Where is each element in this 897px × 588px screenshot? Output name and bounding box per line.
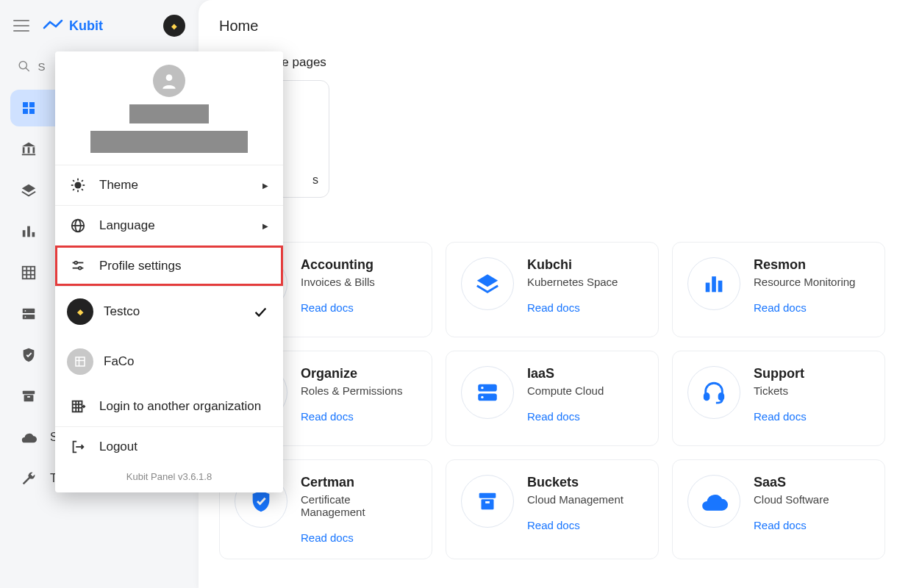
read-docs-link[interactable]: Read docs xyxy=(301,410,402,423)
service-card[interactable]: SupportTicketsRead docs xyxy=(672,351,885,446)
menu-footer-version: Kubit Panel v3.6.1.8 xyxy=(55,467,283,487)
card-text: SupportTicketsRead docs xyxy=(754,366,807,423)
service-card[interactable]: ResmonResource MonitoringRead docs xyxy=(672,242,885,337)
card-subtitle: Roles & Permissions xyxy=(301,384,402,397)
support-icon xyxy=(687,366,740,419)
service-card[interactable]: KubchiKubernetes SpaceRead docs xyxy=(446,242,659,337)
svg-rect-4 xyxy=(23,109,28,114)
service-card[interactable]: BucketsCloud ManagementRead docs xyxy=(446,459,659,559)
services-header-tail: s xyxy=(219,218,876,233)
user-name-placeholder xyxy=(129,104,209,123)
svg-rect-22 xyxy=(23,391,35,395)
bank-icon xyxy=(21,141,37,157)
menu-logout[interactable]: Logout xyxy=(55,426,283,467)
brand-name: Kubit xyxy=(69,18,103,34)
svg-rect-13 xyxy=(23,267,35,279)
service-card[interactable]: SaaSCloud SoftwareRead docs xyxy=(672,459,885,559)
svg-rect-8 xyxy=(33,147,35,153)
page-title: Home xyxy=(219,18,876,35)
read-docs-link[interactable]: Read docs xyxy=(301,301,375,314)
read-docs-link[interactable]: Read docs xyxy=(754,301,855,314)
layers-icon xyxy=(461,257,514,310)
org-avatar-icon: ◆ xyxy=(67,298,93,325)
svg-point-46 xyxy=(166,74,173,81)
card-subtitle: Resource Monitoring xyxy=(754,276,855,288)
card-subtitle: Cloud Software xyxy=(754,493,829,506)
chevron-right-icon: ▶ xyxy=(262,182,268,190)
read-docs-link[interactable]: Read docs xyxy=(301,531,417,544)
org-avatar-small[interactable]: ◆ xyxy=(163,15,185,37)
svg-rect-19 xyxy=(23,315,35,319)
menu-theme[interactable]: Theme ▶ xyxy=(55,165,283,205)
svg-line-53 xyxy=(82,189,83,190)
search-icon xyxy=(18,59,31,74)
logout-icon xyxy=(70,439,86,455)
card-text: AccountingInvoices & BillsRead docs xyxy=(301,257,375,314)
card-text: KubchiKubernetes SpaceRead docs xyxy=(527,257,618,314)
svg-rect-10 xyxy=(23,230,26,237)
card-title: Certman xyxy=(301,475,417,490)
svg-rect-9 xyxy=(22,154,35,155)
read-docs-link[interactable]: Read docs xyxy=(754,519,829,531)
read-docs-link[interactable]: Read docs xyxy=(527,519,623,531)
cloud-icon xyxy=(21,429,37,445)
storage-icon xyxy=(21,306,37,322)
shield-check-icon xyxy=(21,347,37,363)
svg-point-40 xyxy=(481,396,483,398)
svg-rect-11 xyxy=(27,226,30,237)
wrench-icon xyxy=(21,470,37,487)
menu-profile-settings-label: Profile settings xyxy=(99,259,182,273)
favorites-title: Your favorite pages xyxy=(219,55,876,70)
svg-line-52 xyxy=(73,180,74,182)
svg-rect-30 xyxy=(712,276,716,292)
layers-icon xyxy=(21,182,37,198)
svg-point-47 xyxy=(74,182,81,188)
menu-login-other-label: Login to another organization xyxy=(99,399,261,414)
svg-rect-18 xyxy=(23,309,35,313)
bars-icon xyxy=(687,257,740,310)
menu-language[interactable]: Language ▶ xyxy=(55,205,283,245)
globe-icon xyxy=(70,218,86,234)
svg-line-1 xyxy=(26,68,29,71)
svg-rect-24 xyxy=(27,396,30,398)
server-icon xyxy=(461,366,514,419)
card-title: Accounting xyxy=(301,257,375,273)
svg-line-54 xyxy=(73,189,74,190)
card-title: Resmon xyxy=(754,257,855,273)
read-docs-link[interactable]: Read docs xyxy=(754,410,807,423)
svg-rect-2 xyxy=(23,102,28,107)
card-subtitle: Certificate Management xyxy=(301,493,417,518)
card-title: Buckets xyxy=(527,475,623,490)
archive-icon xyxy=(21,388,37,404)
menu-profile-settings[interactable]: Profile settings xyxy=(55,245,283,286)
user-avatar-icon xyxy=(153,65,185,97)
read-docs-link[interactable]: Read docs xyxy=(527,410,604,423)
svg-rect-37 xyxy=(478,384,497,392)
dashboard-icon xyxy=(21,100,37,116)
hamburger-icon[interactable] xyxy=(13,20,29,32)
brand[interactable]: Kubit xyxy=(43,18,103,34)
svg-rect-44 xyxy=(482,499,494,509)
org-avatar-icon xyxy=(67,348,93,375)
svg-rect-23 xyxy=(24,395,34,401)
card-text: CertmanCertificate ManagementRead docs xyxy=(301,475,417,544)
service-card[interactable]: IaaSCompute CloudRead docs xyxy=(446,351,659,446)
org-icon xyxy=(21,265,37,281)
menu-org-faco[interactable]: FaCo xyxy=(55,337,283,387)
card-subtitle: Invoices & Bills xyxy=(301,276,375,288)
menu-logout-label: Logout xyxy=(99,440,137,454)
sliders-icon xyxy=(70,258,86,274)
menu-login-other-org[interactable]: Login to another organization xyxy=(55,387,283,426)
menu-org-testco[interactable]: ◆ Testco xyxy=(55,286,283,337)
brand-logo-icon xyxy=(43,19,63,31)
card-subtitle: Compute Cloud xyxy=(527,384,604,397)
services-grid: AccountingInvoices & BillsRead docsKubch… xyxy=(219,242,876,559)
bucket-icon xyxy=(461,475,514,528)
read-docs-link[interactable]: Read docs xyxy=(527,301,618,314)
svg-rect-12 xyxy=(32,232,35,237)
svg-rect-66 xyxy=(73,401,82,412)
card-text: OrganizeRoles & PermissionsRead docs xyxy=(301,366,402,423)
card-title: Organize xyxy=(301,366,402,381)
menu-theme-label: Theme xyxy=(99,178,138,193)
svg-rect-42 xyxy=(719,393,723,400)
